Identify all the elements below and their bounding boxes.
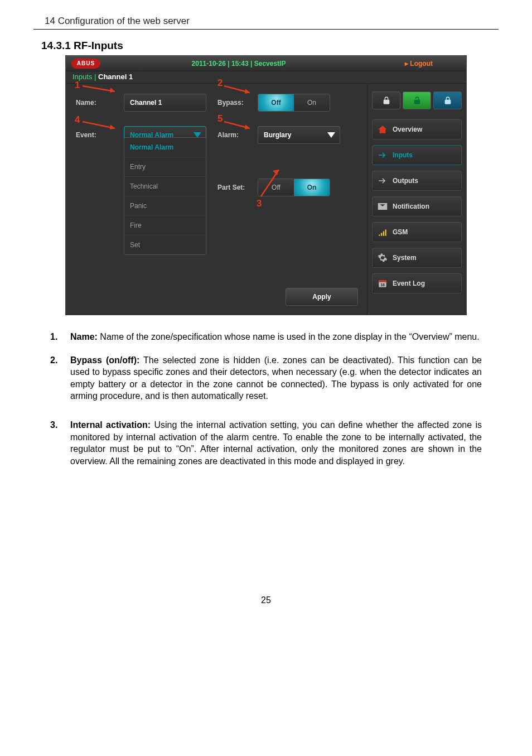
partset-on[interactable]: On [294,179,330,196]
lock-open-icon[interactable] [403,92,431,109]
sidebar-item-label: Notification [393,203,429,210]
arrow-out-icon [377,175,388,186]
event-dropdown-list[interactable]: Normal Alarm Entry Technical Panic Fire … [124,137,206,255]
breadcrumb-prefix: Inputs | [72,73,98,81]
description-number: 1. [50,331,70,343]
lock-closed-icon[interactable] [372,92,400,109]
row-event: Event: Normal Alarm Alarm: Burglary [76,124,358,146]
sidebar: Overview Inputs Outputs Notification GSM [367,84,466,315]
bypass-toggle[interactable]: Off On [258,94,330,112]
event-option[interactable]: Normal Alarm [124,138,206,157]
sidebar-item-outputs[interactable]: Outputs [372,171,462,191]
event-label: Event: [76,131,124,139]
alarm-label: Alarm: [217,131,258,139]
chevron-down-icon [327,132,335,138]
event-option[interactable]: Entry [124,157,206,176]
logout-link[interactable]: Logout [371,60,466,68]
description-item: 3. Internal activation: Using the intern… [50,419,482,467]
screenshot-wrapper: 1 2 4 5 3 [33,55,499,315]
main-form: Name: Channel 1 Bypass: Off On Event: No… [66,84,367,315]
sidebar-item-eventlog[interactable]: 18 Event Log [372,273,462,293]
svg-rect-16 [379,280,386,282]
description-item: 1. Name: Name of the zone/specification … [50,331,482,343]
svg-text:18: 18 [380,283,385,287]
arrow-in-icon [377,150,388,161]
signal-icon [377,227,388,238]
sidebar-item-label: GSM [393,228,408,236]
bypass-on[interactable]: On [294,94,330,111]
event-option[interactable]: Panic [124,196,206,215]
brand-logo: ABUS [71,59,100,69]
description-list: 1. Name: Name of the zone/specification … [50,331,482,467]
page-number: 25 [33,595,499,605]
home-icon [377,124,388,135]
partset-toggle[interactable]: Off On [258,179,330,196]
mail-icon [377,201,388,212]
gear-icon [377,252,388,263]
description-number: 3. [50,419,70,467]
description-body: Internal activation: Using the internal … [70,419,482,467]
apply-row: Apply [76,288,358,306]
app-window: 1 2 4 5 3 [65,55,467,315]
row-name: Name: Channel 1 Bypass: Off On [76,92,358,114]
breadcrumb-current: Channel 1 [98,73,133,81]
sidebar-item-notification[interactable]: Notification [372,196,462,216]
row-partset: Part Set: Off On [76,176,358,199]
description-body: Name: Name of the zone/specification who… [70,331,482,343]
sidebar-item-label: Overview [393,126,422,133]
lock-partial-icon[interactable] [433,92,462,109]
description-number: 2. [50,354,70,402]
name-label: Name: [76,99,124,107]
name-field[interactable]: Channel 1 [124,94,206,112]
bypass-label: Bypass: [217,99,258,107]
section-title: 14.3.1 RF-Inputs [41,40,499,52]
sidebar-item-system[interactable]: System [372,248,462,268]
description-body: Bypass (on/off): The selected zone is hi… [70,354,482,402]
sidebar-item-gsm[interactable]: GSM [372,222,462,242]
sidebar-item-label: System [393,254,417,262]
alarm-dropdown[interactable]: Burglary [258,126,340,144]
breadcrumb: Inputs | Channel 1 [66,71,466,84]
bypass-off[interactable]: Off [258,94,294,111]
calendar-icon: 18 [377,278,388,289]
lock-status-row [372,92,462,109]
apply-button[interactable]: Apply [286,288,358,306]
event-option[interactable]: Technical [124,176,206,196]
sidebar-item-label: Event Log [393,280,425,287]
event-option[interactable]: Set [124,235,206,254]
sidebar-item-label: Inputs [393,151,413,159]
topbar-datetime: 2011-10-26 | 15:43 | SecvestIP [106,60,371,68]
sidebar-item-label: Outputs [393,177,418,185]
app-body: Name: Channel 1 Bypass: Off On Event: No… [66,84,466,315]
description-item: 2. Bypass (on/off): The selected zone is… [50,354,482,402]
sidebar-item-inputs[interactable]: Inputs [372,145,462,165]
partset-off[interactable]: Off [258,179,294,196]
chapter-header: 14 Configuration of the web server [33,11,499,30]
alarm-value: Burglary [264,131,291,139]
partset-label: Part Set: [217,184,258,191]
topbar: ABUS 2011-10-26 | 15:43 | SecvestIP Logo… [66,56,466,71]
sidebar-item-overview[interactable]: Overview [372,119,462,139]
event-option[interactable]: Fire [124,215,206,235]
